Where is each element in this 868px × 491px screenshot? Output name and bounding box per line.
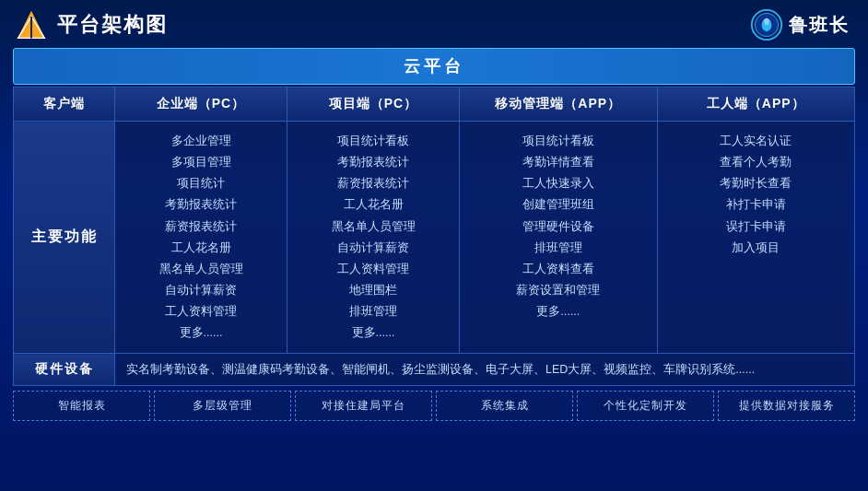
service-item-0: 智能报表	[13, 391, 150, 421]
header: 平台架构图 鲁班长	[0, 0, 868, 48]
main-func-label: 主要功能	[14, 122, 115, 354]
worker-funcs-cell: 工人实名认证查看个人考勤考勤时长查看补打卡申请误打卡申请加入项目	[657, 122, 855, 354]
col-worker-app: 工人端（APP）	[657, 88, 855, 122]
main-content: 云平台 客户端 企业端（PC） 项目端（PC） 移动管理端（APP） 工人端（A…	[0, 48, 868, 430]
enterprise-func-list: 多企业管理多项目管理项目统计考勤报表统计薪资报表统计工人花名册黑名单人员管理自动…	[121, 131, 281, 344]
page-title: 平台架构图	[57, 11, 168, 39]
project-funcs-cell: 项目统计看板考勤报表统计薪资报表统计工人花名册黑名单人员管理自动计算薪资工人资料…	[287, 122, 460, 354]
header-left: 平台架构图	[15, 8, 168, 41]
cloud-platform-bar: 云平台	[13, 48, 855, 85]
col-client: 客户端	[14, 88, 115, 122]
architecture-table: 客户端 企业端（PC） 项目端（PC） 移动管理端（APP） 工人端（APP） …	[13, 87, 855, 386]
services-row: 智能报表 多层级管理 对接住建局平台 系统集成 个性化定制开发 提供数据对接服务	[13, 391, 855, 421]
service-item-4: 个性化定制开发	[577, 391, 714, 421]
main-func-row: 主要功能 多企业管理多项目管理项目统计考勤报表统计薪资报表统计工人花名册黑名单人…	[14, 122, 855, 354]
service-item-2: 对接住建局平台	[295, 391, 432, 421]
hardware-row: 硬件设备 实名制考勤设备、测温健康码考勤设备、智能闸机、扬尘监测设备、电子大屏、…	[14, 354, 855, 386]
logo-icon	[15, 8, 48, 41]
brand-right: 鲁班长	[750, 8, 850, 41]
column-header-row: 客户端 企业端（PC） 项目端（PC） 移动管理端（APP） 工人端（APP）	[14, 88, 855, 122]
service-item-5: 提供数据对接服务	[718, 391, 855, 421]
brand-name: 鲁班长	[789, 13, 850, 38]
enterprise-funcs-cell: 多企业管理多项目管理项目统计考勤报表统计薪资报表统计工人花名册黑名单人员管理自动…	[115, 122, 287, 354]
col-mobile-app: 移动管理端（APP）	[460, 88, 658, 122]
service-item-3: 系统集成	[436, 391, 573, 421]
project-func-list: 项目统计看板考勤报表统计薪资报表统计工人花名册黑名单人员管理自动计算薪资工人资料…	[293, 131, 453, 344]
brand-icon	[750, 8, 783, 41]
col-enterprise: 企业端（PC）	[115, 88, 287, 122]
col-project-pc: 项目端（PC）	[287, 88, 460, 122]
hardware-content: 实名制考勤设备、测温健康码考勤设备、智能闸机、扬尘监测设备、电子大屏、LED大屏…	[115, 354, 855, 386]
svg-point-6	[764, 18, 768, 25]
service-item-1: 多层级管理	[154, 391, 291, 421]
worker-func-list: 工人实名认证查看个人考勤考勤时长查看补打卡申请误打卡申请加入项目	[663, 131, 850, 259]
mobile-func-list: 项目统计看板考勤详情查看工人快速录入创建管理班组管理硬件设备排班管理工人资料查看…	[465, 131, 651, 322]
mobile-funcs-cell: 项目统计看板考勤详情查看工人快速录入创建管理班组管理硬件设备排班管理工人资料查看…	[460, 122, 658, 354]
hardware-label: 硬件设备	[14, 354, 115, 386]
